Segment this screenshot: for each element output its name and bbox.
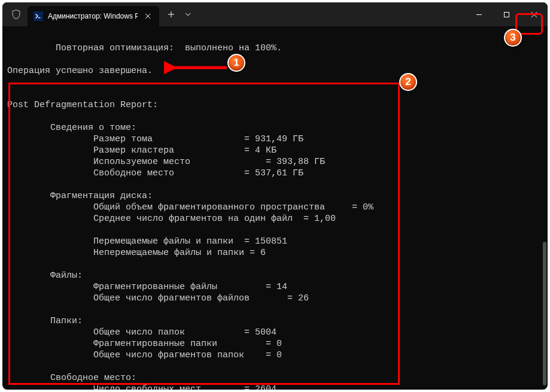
annotation-arrow bbox=[164, 61, 230, 74]
shield-icon bbox=[10, 8, 23, 21]
new-tab-button[interactable] bbox=[162, 5, 181, 24]
annotation-callout-1: 1 bbox=[227, 54, 245, 72]
tab-active[interactable]: Администратор: Windows Po bbox=[28, 6, 159, 26]
scrollbar-thumb[interactable] bbox=[543, 242, 546, 385]
tab-close-button[interactable] bbox=[142, 11, 153, 22]
tab-title: Администратор: Windows Po bbox=[48, 12, 138, 20]
output-line: Повторная оптимизация: выполнено на 100%… bbox=[7, 43, 282, 53]
output-line: Операция успешно завершена. bbox=[7, 66, 153, 76]
output-line: Число свободных мест = 2604 bbox=[7, 384, 276, 390]
tab-dropdown-button[interactable] bbox=[181, 5, 195, 24]
svg-rect-1 bbox=[504, 12, 509, 17]
powershell-icon bbox=[34, 11, 43, 21]
terminal-window: Администратор: Windows Po Повторная оп bbox=[2, 2, 548, 390]
minimize-button[interactable] bbox=[465, 2, 493, 26]
annotation-callout-3: 3 bbox=[504, 29, 522, 47]
annotation-callout-2: 2 bbox=[399, 73, 417, 91]
titlebar: Администратор: Windows Po bbox=[2, 2, 548, 26]
annotation-box-report bbox=[8, 83, 400, 385]
